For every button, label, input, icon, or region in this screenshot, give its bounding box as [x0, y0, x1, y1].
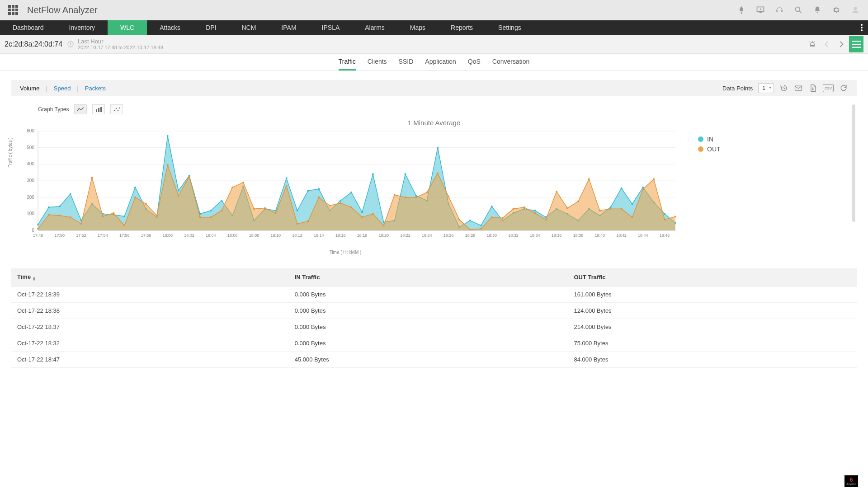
- vsp-volume[interactable]: Volume: [20, 85, 39, 92]
- nav-inventory[interactable]: Inventory: [57, 20, 108, 35]
- svg-point-101: [123, 225, 125, 226]
- svg-point-69: [437, 147, 439, 149]
- svg-point-2: [861, 24, 863, 26]
- csv-icon[interactable]: CSV: [823, 84, 834, 92]
- svg-point-134: [480, 228, 482, 230]
- svg-text:17:50: 17:50: [55, 233, 65, 238]
- tab-traffic[interactable]: Traffic: [339, 54, 356, 70]
- presentation-icon[interactable]: [756, 5, 765, 14]
- svg-point-108: [199, 216, 201, 218]
- cell-in: 0.000 Bytes: [290, 286, 570, 303]
- headset-icon[interactable]: [775, 5, 784, 14]
- nav-maps[interactable]: Maps: [397, 20, 438, 35]
- nav-more-icon[interactable]: [855, 20, 868, 35]
- nav-wlc[interactable]: WLC: [108, 20, 147, 35]
- svg-point-144: [588, 178, 590, 180]
- nav-alarms[interactable]: Alarms: [352, 20, 397, 35]
- svg-rect-11: [98, 108, 99, 112]
- nav-dashboard[interactable]: Dashboard: [0, 20, 57, 35]
- nav-ipam[interactable]: IPAM: [269, 20, 309, 35]
- tab-clients[interactable]: Clients: [368, 54, 387, 70]
- nav-ipsla[interactable]: IPSLA: [309, 20, 353, 35]
- cell-out: 84.000 Bytes: [570, 352, 858, 368]
- data-table: Time▲▼ IN Traffic OUT Traffic Oct-17-22 …: [11, 268, 857, 368]
- col-out[interactable]: OUT Traffic: [570, 268, 858, 286]
- history-icon[interactable]: [779, 84, 788, 93]
- svg-text:18:30: 18:30: [486, 233, 497, 238]
- svg-point-57: [307, 190, 309, 192]
- vsp-speed[interactable]: Speed: [54, 85, 71, 92]
- sort-icon: ▲▼: [32, 277, 36, 281]
- svg-text:17:48: 17:48: [33, 233, 43, 238]
- svg-point-44: [167, 135, 169, 137]
- vsp-packets[interactable]: Packets: [85, 85, 106, 92]
- graph-types-label: Graph Types: [38, 106, 69, 113]
- svg-point-143: [577, 201, 579, 202]
- nav-attacks[interactable]: Attacks: [147, 20, 193, 35]
- nav-settings[interactable]: Settings: [486, 20, 534, 35]
- mail-icon[interactable]: [794, 84, 803, 93]
- tab-application[interactable]: Application: [425, 54, 456, 70]
- svg-point-4: [861, 29, 863, 31]
- graph-type-bar[interactable]: [92, 104, 105, 114]
- search-icon[interactable]: [794, 5, 803, 14]
- svg-point-149: [642, 188, 644, 190]
- svg-rect-9: [795, 86, 802, 90]
- svg-rect-12: [100, 107, 102, 112]
- svg-point-16: [119, 108, 120, 108]
- cell-out: 214.000 Bytes: [570, 319, 858, 335]
- next-button[interactable]: [835, 38, 848, 51]
- traffic-chart[interactable]: 010020030040050060017:4817:5017:5217:541…: [11, 129, 680, 247]
- svg-point-125: [383, 225, 385, 226]
- alarm-badge[interactable]: 6 Alarms: [844, 475, 858, 487]
- apps-grid-icon[interactable]: [8, 5, 18, 15]
- svg-point-123: [361, 216, 363, 218]
- alert-light-icon[interactable]: [806, 38, 819, 51]
- col-in[interactable]: IN Traffic: [290, 268, 570, 286]
- svg-point-67: [415, 195, 417, 197]
- svg-point-56: [297, 210, 298, 211]
- svg-point-138: [523, 206, 525, 208]
- legend-in[interactable]: IN: [698, 136, 721, 143]
- nav-ncm[interactable]: NCM: [229, 20, 269, 35]
- tab-ssid[interactable]: SSID: [399, 54, 414, 70]
- nav-dpi[interactable]: DPI: [193, 20, 229, 35]
- refresh-icon[interactable]: [839, 84, 848, 93]
- table-row: Oct-17-22 18:4745.000 Bytes84.000 Bytes: [11, 352, 857, 368]
- cell-time: Oct-17-22 18:37: [11, 319, 290, 335]
- pdf-icon[interactable]: [808, 84, 817, 93]
- gear-icon[interactable]: [832, 5, 841, 14]
- svg-point-63: [372, 173, 374, 175]
- tab-conversation[interactable]: Conversation: [492, 54, 530, 70]
- svg-point-72: [469, 220, 471, 221]
- cell-time: Oct-17-22 18:47: [11, 352, 290, 368]
- svg-text:500: 500: [27, 145, 34, 150]
- svg-text:17:52: 17:52: [76, 233, 86, 238]
- svg-point-107: [189, 176, 190, 178]
- svg-point-102: [134, 197, 136, 198]
- svg-point-40: [123, 216, 125, 217]
- svg-point-104: [156, 215, 158, 216]
- svg-text:18:46: 18:46: [660, 233, 670, 238]
- svg-text:300: 300: [27, 178, 34, 183]
- cell-time: Oct-17-22 18:32: [11, 335, 290, 352]
- graph-type-scatter[interactable]: [110, 104, 123, 114]
- tab-qos[interactable]: QoS: [468, 54, 481, 70]
- legend-out[interactable]: OUT: [698, 145, 721, 153]
- y-axis-label: Traffic ( bytes ): [8, 137, 13, 167]
- col-time[interactable]: Time▲▼: [11, 268, 290, 286]
- svg-point-49: [221, 200, 222, 202]
- side-menu-button[interactable]: [849, 36, 863, 52]
- data-points-select[interactable]: 1: [758, 83, 774, 93]
- rocket-icon[interactable]: [737, 5, 746, 14]
- user-icon[interactable]: [851, 5, 860, 14]
- bell-icon[interactable]: [813, 5, 822, 14]
- scrollbar[interactable]: [852, 104, 855, 222]
- prev-button[interactable]: [820, 38, 834, 51]
- svg-text:18:44: 18:44: [638, 233, 648, 238]
- nav-reports[interactable]: Reports: [438, 20, 486, 35]
- svg-point-111: [231, 187, 233, 188]
- graph-type-line[interactable]: [74, 104, 87, 114]
- svg-text:18:28: 18:28: [465, 233, 476, 238]
- svg-text:18:34: 18:34: [530, 233, 540, 238]
